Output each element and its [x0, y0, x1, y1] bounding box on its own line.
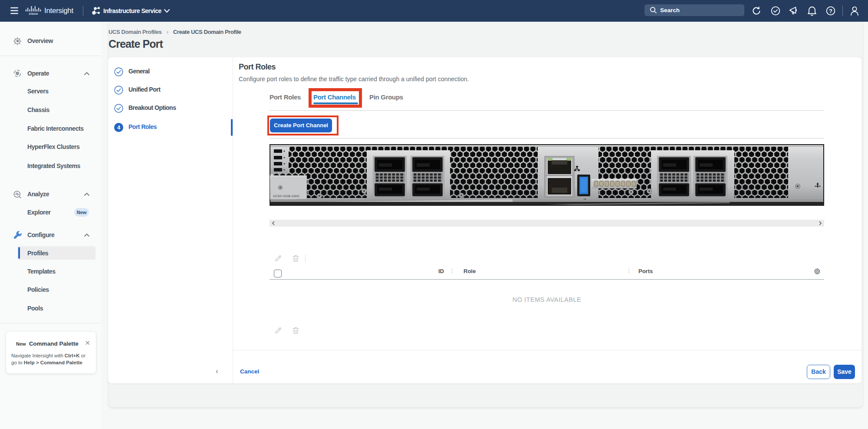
- svg-text:cisco: cisco: [29, 12, 38, 16]
- svg-text:UCSX-9108-100G: UCSX-9108-100G: [273, 194, 299, 198]
- svg-text:?: ?: [829, 8, 832, 14]
